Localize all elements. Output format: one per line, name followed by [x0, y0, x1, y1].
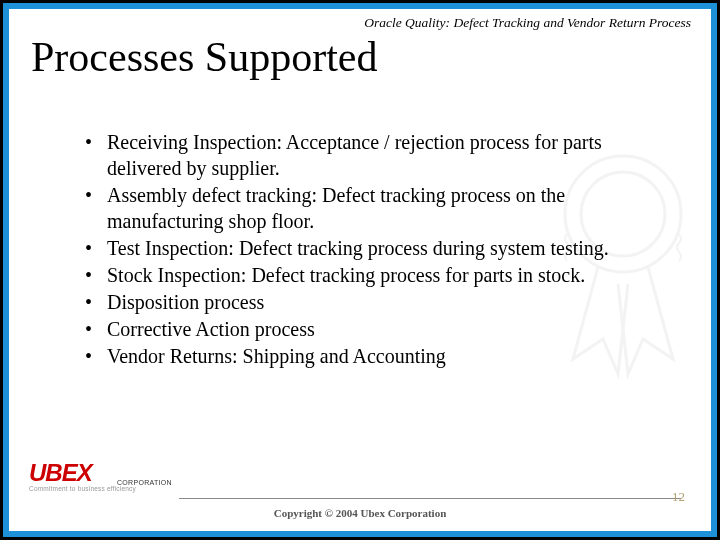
list-item: Receiving Inspection: Acceptance / rejec…	[79, 129, 671, 181]
list-item: Stock Inspection: Defect tracking proces…	[79, 262, 671, 288]
ubex-logo: UBEX CORPORATION Commitment to business …	[29, 459, 169, 499]
slide-content: Oracle Quality: Defect Tracking and Vend…	[9, 9, 711, 531]
bullet-list: Receiving Inspection: Acceptance / rejec…	[79, 129, 671, 370]
list-item: Corrective Action process	[79, 316, 671, 342]
footer: UBEX CORPORATION Commitment to business …	[29, 461, 691, 521]
list-item: Test Inspection: Defect tracking process…	[79, 235, 671, 261]
header-subtitle: Oracle Quality: Defect Tracking and Vend…	[9, 15, 691, 31]
logo-tagline: Commitment to business efficiency	[29, 485, 169, 492]
copyright-text: Copyright © 2004 Ubex Corporation	[29, 507, 691, 519]
list-item: Assembly defect tracking: Defect trackin…	[79, 182, 671, 234]
list-item: Vendor Returns: Shipping and Accounting	[79, 343, 671, 369]
page-title: Processes Supported	[31, 33, 377, 81]
footer-divider	[179, 498, 681, 499]
list-item: Disposition process	[79, 289, 671, 315]
page-number: 12	[672, 489, 685, 505]
logo-corp-text: CORPORATION	[117, 479, 172, 486]
